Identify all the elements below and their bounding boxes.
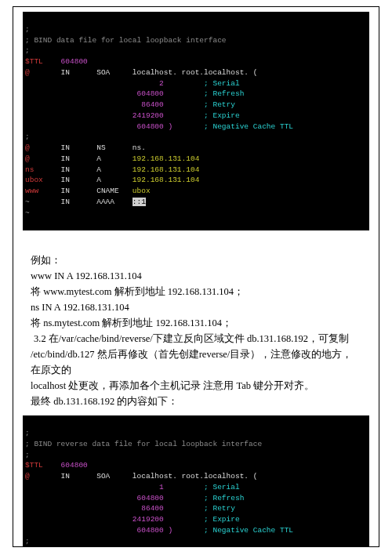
rec-ubox: ubox [25,176,43,184]
refresh-v: 604800 [25,89,164,98]
sec-3-2: 3.2 在/var/cache/bind/reverse/下建立反向区域文件 d… [31,331,361,346]
refresh-c: ; Refresh [164,494,245,502]
ttl-val: 604800 [43,57,88,66]
retry-v: 86400 [25,100,164,109]
rec-ns-host: ns [25,165,34,174]
soa-line: IN SOA localhost. root.localhost. ( [30,68,258,77]
comment: ; [25,132,30,141]
ttl-kw: $TTL [25,461,43,470]
negttl-c: ; Negative Cache TTL [172,122,293,131]
comment: ; BIND reverse data file for local loopb… [25,440,262,448]
retry-c: ; Retry [164,100,235,109]
terminal-bind-reverse: ; ; BIND reverse data file for local loo… [23,415,369,547]
comment: ; [25,451,30,459]
comment: ; [25,25,30,34]
ttl-kw: $TTL [25,57,43,66]
tilde: ~ [25,209,30,217]
ns-explain: 将 ns.mytest.com 解析到地址 192.168.131.104； [31,315,361,331]
cursor: ::1 [132,198,146,206]
retry-v: 86400 [25,504,164,513]
sec-3-2-cont2: localhost 处更改，再添加各个主机记录 注意用 Tab 键分开对齐。 [31,378,361,394]
serial-c: ; Serial [164,483,240,492]
ttl-val: 604800 [43,461,88,470]
refresh-c: ; Refresh [164,89,245,98]
rec-www: www [25,187,38,195]
negttl-v: 604800 ) [25,526,172,535]
www-record: www IN A 192.168.131.104 [31,268,361,284]
rec-ns: IN NS ns. [30,143,146,152]
rec-a: IN A [34,165,132,174]
negttl-v: 604800 ) [25,122,172,131]
ip: 192.168.131.104 [132,165,200,174]
page-frame: ; ; BIND data file for local loopback in… [13,6,379,547]
rec-aaaa: IN AAAA [30,198,132,206]
cname-tgt: ubox [132,187,151,195]
soa-line: IN SOA localhost. root.localhost. ( [30,472,258,481]
comment: ; [25,46,30,55]
www-explain: 将 www.mytest.com 解析到地址 192.168.131.104； [31,284,361,299]
retry-c: ; Retry [164,504,235,513]
terminal-bind-forward: ; ; BIND data file for local loopback in… [23,12,369,230]
expire-c: ; Expire [164,111,240,120]
comment: ; BIND data file for local loopback inte… [25,36,227,45]
rec-a: IN A [30,154,132,163]
ns-record: ns IN A 192.168.131.104 [31,299,361,315]
sec-3-2-cont1: /etc/bind/db.127 然后再修改（首先创建reverse/目录），注… [31,346,361,378]
negttl-c: ; Negative Cache TTL [172,526,293,535]
example-label: 例如： [31,252,361,268]
refresh-v: 604800 [25,494,164,502]
expire-v: 2419200 [25,111,164,120]
rec-a: IN A [43,176,132,184]
serial-c: ; Serial [164,79,240,88]
body-paragraphs: 例如： www IN A 192.168.131.104 将 www.mytes… [16,234,376,412]
ip: 192.168.131.104 [132,154,200,163]
comment: ; [25,429,30,437]
expire-v: 2419200 [25,515,164,524]
serial-v: 2 [25,79,164,88]
expire-c: ; Expire [164,515,240,524]
ip: 192.168.131.104 [132,176,200,184]
final-contents: 最终 db.131.168.192 的内容如下： [31,394,361,409]
serial-v: 1 [25,483,164,492]
comment: ; [25,537,30,546]
rec-cname: IN CNAME [38,187,132,195]
